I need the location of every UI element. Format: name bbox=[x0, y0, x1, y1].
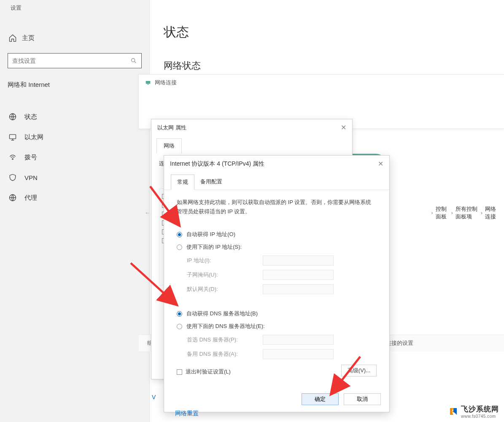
sidebar-item-label: 状态 bbox=[24, 113, 37, 121]
sidebar-item-label: 拨号 bbox=[24, 153, 37, 161]
page-title: 状态 bbox=[164, 24, 493, 41]
description-text: 如果网络支持此功能，则可以获取自动指派的 IP 设置。否则，你需要从网络系统管理… bbox=[177, 198, 377, 216]
watermark-title: 飞沙系统网 bbox=[461, 404, 499, 414]
gateway-label: 默认网关(D): bbox=[187, 285, 263, 293]
ip-address-label: IP 地址(I): bbox=[187, 257, 263, 264]
sidebar-item-label: VPN bbox=[24, 174, 38, 181]
sidebar-item-status[interactable]: 状态 bbox=[0, 107, 149, 127]
breadcrumb[interactable]: ›控制面板 ›所有控制面板项 ›网络连接 bbox=[431, 205, 498, 220]
globe-icon bbox=[8, 194, 17, 202]
search-box[interactable] bbox=[8, 53, 142, 68]
search-icon bbox=[130, 57, 137, 64]
radio-auto-dns[interactable]: 自动获得 DNS 服务器地址(B) bbox=[177, 307, 377, 320]
radio-manual-ip[interactable]: 使用下面的 IP 地址(S): bbox=[177, 241, 377, 253]
svg-point-3 bbox=[12, 159, 13, 160]
sidebar-home[interactable]: 主页 bbox=[0, 29, 149, 47]
close-icon[interactable]: ✕ bbox=[341, 124, 346, 132]
subnet-mask-input bbox=[263, 270, 334, 280]
shield-icon bbox=[8, 173, 17, 182]
search-input[interactable] bbox=[12, 57, 130, 64]
window-title: 网络连接 bbox=[139, 75, 504, 91]
sidebar-item-vpn[interactable]: VPN bbox=[0, 167, 149, 188]
sidebar-item-label: 以太网 bbox=[24, 133, 43, 141]
cancel-button[interactable]: 取消 bbox=[344, 393, 381, 405]
svg-rect-2 bbox=[10, 134, 16, 139]
alternate-dns-label: 备用 DNS 服务器(A): bbox=[187, 350, 263, 358]
nav-back-button[interactable]: ← bbox=[145, 209, 150, 217]
watermark-url: www.fs0745.com bbox=[461, 414, 499, 419]
radio-auto-ip[interactable]: 自动获得 IP 地址(O) bbox=[177, 228, 377, 241]
checkbox-icon bbox=[177, 369, 182, 375]
network-reset-link[interactable]: 网络重置 bbox=[175, 410, 199, 417]
sidebar-item-label: 代理 bbox=[24, 194, 37, 202]
ipv4-properties-dialog: Internet 协议版本 4 (TCP/IPv4) 属性 ✕ 常规 备用配置 … bbox=[164, 155, 390, 412]
tab-general[interactable]: 常规 bbox=[171, 175, 194, 190]
advanced-button[interactable]: 高级(V)... bbox=[341, 365, 377, 376]
section-header: 网络和 Internet bbox=[0, 74, 149, 96]
ethernet-icon bbox=[8, 133, 17, 141]
subnet-mask-label: 子网掩码(U): bbox=[187, 271, 263, 279]
dialup-icon bbox=[8, 153, 17, 161]
settings-sidebar: 设置 主页 网络和 Internet 状态 以太网 拨号 VPN 代理 bbox=[0, 0, 150, 422]
ok-button[interactable]: 确定 bbox=[302, 393, 339, 405]
sidebar-item-proxy[interactable]: 代理 bbox=[0, 188, 149, 208]
preferred-dns-label: 首选 DNS 服务器(P): bbox=[187, 336, 263, 344]
page-subtitle: 网络状态 bbox=[164, 59, 493, 72]
dialog-title: Internet 协议版本 4 (TCP/IPv4) 属性 bbox=[170, 160, 264, 168]
home-label: 主页 bbox=[22, 34, 35, 42]
watermark: 飞沙系统网 www.fs0745.com bbox=[448, 404, 499, 419]
radio-icon bbox=[177, 245, 182, 250]
app-title: 设置 bbox=[0, 0, 149, 16]
svg-rect-5 bbox=[146, 81, 151, 84]
link-partial[interactable]: V bbox=[152, 394, 156, 400]
preferred-dns-input bbox=[263, 335, 334, 345]
status-icon bbox=[8, 113, 17, 121]
close-icon[interactable]: ✕ bbox=[378, 160, 383, 168]
network-icon bbox=[145, 79, 151, 86]
svg-rect-6 bbox=[147, 84, 149, 84]
tab-network[interactable]: 网络 bbox=[156, 138, 182, 154]
sidebar-item-dialup[interactable]: 拨号 bbox=[0, 147, 149, 167]
alternate-dns-input bbox=[263, 349, 334, 359]
main-content: 状态 网络状态 bbox=[164, 24, 493, 72]
home-icon bbox=[8, 34, 17, 42]
sidebar-item-ethernet[interactable]: 以太网 bbox=[0, 127, 149, 147]
radio-manual-dns[interactable]: 使用下面的 DNS 服务器地址(E): bbox=[177, 320, 377, 333]
radio-icon bbox=[177, 324, 182, 329]
radio-icon bbox=[177, 232, 182, 237]
gateway-input bbox=[263, 284, 334, 294]
ip-address-input bbox=[263, 255, 334, 266]
watermark-logo-icon bbox=[448, 406, 458, 417]
dialog-title: 以太网 属性 bbox=[157, 124, 186, 132]
radio-icon bbox=[177, 311, 182, 317]
tab-alternate[interactable]: 备用配置 bbox=[194, 175, 228, 190]
svg-point-0 bbox=[132, 59, 135, 62]
